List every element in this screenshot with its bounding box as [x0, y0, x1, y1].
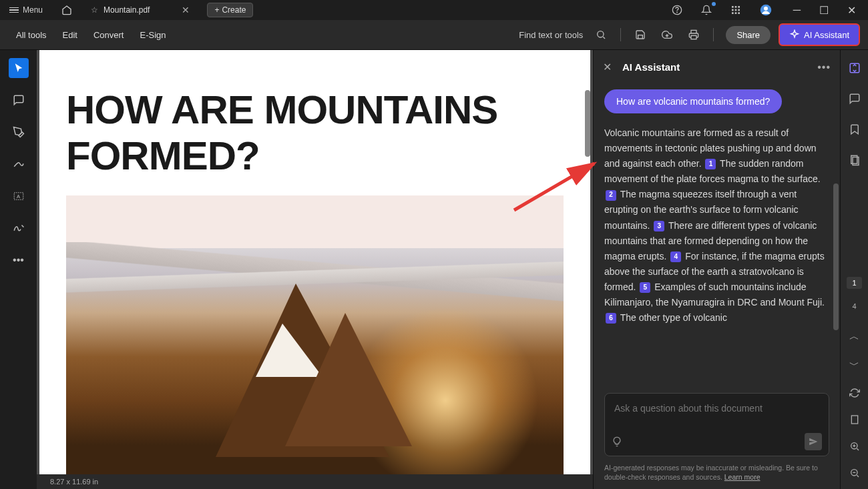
ai-answer: Volcanic mountains are formed as a resul… [604, 125, 829, 326]
rotate-icon[interactable] [847, 385, 863, 401]
total-pages: 4 [852, 302, 856, 310]
suggestions-icon[interactable] [612, 436, 622, 447]
citation-1[interactable]: 1 [705, 159, 716, 169]
zoom-out-icon[interactable] [847, 465, 863, 481]
citation-4[interactable]: 4 [670, 252, 681, 262]
print-icon[interactable] [682, 25, 705, 44]
highlight-tool[interactable] [9, 122, 29, 142]
citation-6[interactable]: 6 [606, 313, 616, 324]
profile-icon[interactable] [753, 0, 779, 20]
search-icon[interactable] [590, 25, 612, 44]
edit-menu[interactable]: Edit [55, 26, 85, 44]
svg-rect-15 [691, 35, 696, 39]
minimize-button[interactable]: ─ [784, 0, 810, 21]
pdf-page: HOW ARE MOUNTAINS FORMED? [39, 50, 590, 474]
right-sidebar: 1 4 ︿ ﹀ [840, 50, 868, 489]
tab-title: Mountain.pdf [103, 5, 150, 15]
page-dimensions: 8.27 x 11.69 in [50, 478, 98, 486]
maximize-button[interactable]: ☐ [810, 0, 838, 21]
document-tab[interactable]: ☆ Mountain.pdf ✕ [83, 0, 198, 20]
ai-disclaimer: AI-generated responses may be inaccurate… [594, 460, 840, 489]
svg-rect-4 [738, 6, 740, 8]
home-button[interactable] [55, 2, 79, 18]
create-label: Create [222, 5, 246, 15]
comments-icon[interactable] [846, 90, 863, 107]
citation-5[interactable]: 5 [640, 282, 650, 293]
ai-button-label: AI Assistant [804, 30, 849, 40]
share-button[interactable]: Share [726, 26, 771, 44]
ai-more-icon[interactable]: ••• [817, 61, 831, 73]
convert-menu[interactable]: Convert [85, 26, 132, 44]
svg-rect-2 [732, 6, 734, 8]
svg-rect-5 [732, 9, 734, 11]
mountain-image [66, 195, 564, 474]
svg-rect-9 [734, 12, 736, 14]
pages-icon[interactable] [846, 151, 863, 169]
apps-icon[interactable] [724, 1, 748, 19]
page-view-icon[interactable] [847, 412, 863, 428]
find-label: Find text or tools [519, 30, 583, 40]
help-icon[interactable] [665, 1, 689, 19]
titlebar: Menu ☆ Mountain.pdf ✕ + Create ─ ☐ ✕ [0, 0, 868, 20]
select-tool[interactable] [9, 58, 29, 78]
svg-rect-3 [734, 6, 736, 8]
svg-text:A: A [17, 193, 20, 199]
page-scroll-indicator[interactable] [585, 90, 590, 157]
esign-menu[interactable]: E-Sign [132, 26, 174, 44]
send-button[interactable] [805, 433, 822, 450]
ai-assistant-button[interactable]: AI Assistant [779, 23, 860, 46]
sparkle-icon [789, 29, 800, 40]
svg-line-23 [857, 448, 859, 450]
notification-icon[interactable] [694, 1, 718, 19]
svg-point-12 [764, 7, 768, 11]
ai-question-input[interactable] [614, 403, 819, 424]
ai-panel-icon[interactable] [846, 59, 863, 77]
plus-icon: + [214, 5, 219, 15]
svg-point-13 [598, 31, 604, 37]
document-viewer[interactable]: HOW ARE MOUNTAINS FORMED? 8.27 x 11.69 i… [37, 50, 593, 489]
toolbar: All tools Edit Convert E-Sign Find text … [0, 20, 868, 50]
svg-point-1 [676, 12, 677, 13]
left-tools-sidebar: A ••• [0, 50, 37, 489]
menu-button[interactable]: Menu [3, 3, 49, 17]
ai-panel-title: AI Assistant [622, 61, 680, 73]
ai-input-box[interactable] [604, 393, 829, 456]
menu-label: Menu [23, 5, 43, 15]
svg-line-27 [857, 475, 859, 477]
all-tools-menu[interactable]: All tools [8, 26, 55, 44]
svg-rect-21 [851, 416, 857, 424]
current-page-badge[interactable]: 1 [847, 277, 861, 289]
bookmarks-icon[interactable] [846, 121, 863, 138]
text-tool[interactable]: A [9, 186, 29, 206]
citation-3[interactable]: 3 [654, 221, 664, 231]
svg-rect-7 [738, 9, 740, 11]
hamburger-icon [9, 7, 19, 13]
svg-rect-6 [734, 9, 736, 11]
learn-more-link[interactable]: Learn more [724, 473, 761, 481]
star-icon[interactable]: ☆ [91, 5, 98, 15]
zoom-in-icon[interactable] [847, 438, 863, 454]
user-question: How are volcanic mountains formed? [604, 89, 782, 113]
document-heading: HOW ARE MOUNTAINS FORMED? [39, 50, 590, 195]
save-icon[interactable] [629, 25, 652, 44]
sign-tool[interactable] [9, 218, 29, 238]
ai-conversation: How are volcanic mountains formed? Volca… [594, 84, 840, 386]
page-up-icon[interactable]: ︿ [847, 328, 862, 346]
svg-rect-10 [738, 12, 740, 14]
ai-assistant-panel: ✕ AI Assistant ••• How are volcanic moun… [593, 50, 840, 489]
ai-close-button[interactable]: ✕ [603, 61, 612, 73]
cloud-icon[interactable] [656, 25, 678, 44]
status-bar: 8.27 x 11.69 in [37, 474, 593, 489]
svg-rect-8 [732, 12, 734, 14]
create-button[interactable]: + Create [207, 3, 253, 17]
ai-scrollbar[interactable] [833, 183, 839, 330]
draw-tool[interactable] [9, 154, 29, 174]
tab-close-icon[interactable]: ✕ [182, 5, 190, 15]
close-window-button[interactable]: ✕ [838, 0, 865, 21]
page-down-icon[interactable]: ﹀ [847, 356, 862, 374]
comment-tool[interactable] [9, 90, 29, 110]
more-tools[interactable]: ••• [9, 250, 29, 270]
svg-line-14 [604, 37, 606, 39]
citation-2[interactable]: 2 [606, 190, 616, 201]
